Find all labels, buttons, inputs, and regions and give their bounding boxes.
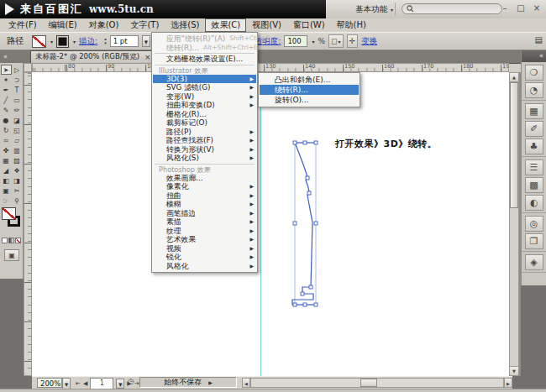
effects-menu-item-20[interactable]: 扭曲▶: [153, 191, 256, 201]
path-anchor-point[interactable]: [293, 303, 297, 306]
artboard-number-field[interactable]: 1: [90, 378, 113, 389]
pencil-tool[interactable]: ✏: [12, 105, 23, 115]
direct-selection-tool[interactable]: ▷: [12, 65, 23, 75]
effects-menu-item-3[interactable]: 文档栅格效果设置(E)...: [153, 55, 256, 64]
last-artboard-icon[interactable]: ⇥: [134, 380, 139, 387]
effects-menu-item-14[interactable]: 转换为形状(V)▶: [153, 145, 256, 154]
path-anchor-point[interactable]: [293, 222, 297, 225]
path-anchor-point[interactable]: [314, 222, 318, 225]
eraser-tool[interactable]: ◪: [12, 115, 23, 125]
path-anchor-point[interactable]: [307, 191, 311, 195]
selection-tool[interactable]: ➤: [1, 65, 12, 75]
artboard-dropdown-button[interactable]: ▼: [116, 379, 124, 389]
path-anchor-point[interactable]: [293, 141, 297, 144]
effects-menu-item-11[interactable]: 裁剪标记(O): [153, 118, 256, 128]
paintbrush-tool[interactable]: ✎: [1, 105, 12, 115]
swatches-panel-icon[interactable]: ▦: [525, 103, 543, 119]
effects-menu-item-9[interactable]: 扭曲和变换(D)▶: [153, 101, 256, 110]
save-status-field[interactable]: 始终不保存 ▶: [139, 377, 237, 388]
tab-close-icon[interactable]: ×: [144, 53, 151, 61]
graphic-styles-panel-icon[interactable]: ❐: [525, 233, 543, 249]
effects-menu-item-26[interactable]: 视频▶: [153, 244, 256, 253]
scroll-right-icon[interactable]: ▶: [504, 378, 512, 388]
blob-brush-tool[interactable]: ●: [1, 115, 12, 125]
effects-menu-item-8[interactable]: 变形(W)▶: [153, 92, 256, 102]
effects-menu-item-13[interactable]: 路径查找器(F)▶: [153, 136, 256, 145]
fill-indicator-swatch[interactable]: [2, 207, 16, 220]
color-guide-panel-icon[interactable]: ◔: [525, 82, 543, 98]
magic-wand-tool[interactable]: ✶: [1, 75, 12, 85]
effects-menu-item-28[interactable]: 风格化▶: [153, 262, 256, 271]
stroke-weight-dropdown[interactable]: ▼: [142, 35, 150, 47]
stroke-weight-value[interactable]: 1 pt: [110, 35, 139, 47]
controlbar-panel-menu-icon[interactable]: ▤: [535, 35, 543, 44]
stroke-weight-stepper[interactable]: ▴ ▾: [104, 37, 107, 45]
effects-menu-item-24[interactable]: 纹理▶: [153, 227, 256, 236]
effects-menu-item-6[interactable]: 3D(3)▶: [153, 75, 256, 84]
mesh-tool[interactable]: ▦: [1, 155, 12, 165]
rectangle-tool[interactable]: ▭: [12, 95, 23, 105]
3d-submenu-item-2[interactable]: 旋转(O)...: [260, 95, 359, 105]
zoom-dropdown-button[interactable]: ▼: [62, 378, 71, 389]
menubar-item-4[interactable]: 选择(S): [165, 18, 205, 32]
path-anchor-point[interactable]: [314, 141, 318, 144]
menubar-item-1[interactable]: 编辑(E): [43, 18, 83, 32]
color-mode-button[interactable]: [2, 238, 8, 243]
artboard-tool[interactable]: ▣: [1, 186, 12, 196]
3d-submenu-item-0[interactable]: 凸出和斜角(E)...: [260, 75, 359, 85]
transparency-panel-icon[interactable]: ◐: [525, 195, 543, 211]
menubar-item-8[interactable]: 帮助(H): [331, 18, 372, 32]
layers-panel-icon[interactable]: ◈: [525, 254, 543, 270]
scroll-down-icon[interactable]: ▼: [510, 366, 518, 375]
lasso-tool[interactable]: ⊃: [12, 75, 23, 85]
close-button[interactable]: ×: [532, 3, 542, 14]
menubar-item-7[interactable]: 窗口(W): [287, 18, 331, 32]
zoom-tool[interactable]: ⚲: [12, 196, 23, 206]
zoom-level-field[interactable]: 200%: [37, 378, 62, 388]
effects-menu-item-21[interactable]: 模糊▶: [153, 200, 256, 209]
none-mode-button[interactable]: [15, 238, 21, 243]
effects-menu-item-22[interactable]: 画笔描边▶: [153, 209, 256, 218]
appearance-panel-icon[interactable]: ◎: [525, 216, 543, 232]
effects-menu-item-12[interactable]: 路径(P)▶: [153, 128, 256, 137]
symbol-sprayer-tool[interactable]: ✤: [1, 145, 12, 155]
scale-tool[interactable]: ◱: [12, 125, 23, 135]
dock-collapse-icon[interactable]: «: [522, 50, 546, 62]
gradient-panel-icon[interactable]: ▩: [525, 177, 543, 193]
warp-tool[interactable]: ≈: [1, 135, 12, 145]
pen-tool[interactable]: ✒: [1, 85, 12, 95]
opacity-value[interactable]: 100: [284, 35, 307, 47]
opacity-dropdown-icon[interactable]: ▾: [312, 39, 314, 44]
workspace-switcher-button[interactable]: 基本功能 ▾: [349, 3, 399, 17]
minimize-button[interactable]: –: [500, 3, 510, 14]
horizontal-scrollbar-thumb[interactable]: [360, 379, 377, 387]
free-transform-tool[interactable]: ▱: [12, 135, 23, 145]
live-paint-bucket-tool[interactable]: ◧: [1, 175, 12, 186]
recolor-artwork-button[interactable]: ✛: [347, 34, 359, 48]
path-anchor-point[interactable]: [303, 303, 307, 306]
menubar-item-0[interactable]: 文件(F): [3, 18, 43, 32]
gradient-tool[interactable]: ▨: [12, 155, 23, 165]
column-graph-tool[interactable]: ▥: [12, 145, 23, 155]
stroke-panel-link[interactable]: 描边:: [79, 36, 97, 47]
menubar-item-5[interactable]: 效果(C): [205, 18, 246, 32]
ruler-corner[interactable]: [24, 63, 32, 72]
path-anchor-point[interactable]: [314, 303, 318, 306]
rotate-tool[interactable]: ↻: [1, 125, 12, 135]
first-artboard-icon[interactable]: ⇤: [76, 380, 81, 387]
appearance-options-button[interactable]: ◻ ▾: [328, 34, 344, 48]
toolbox-collapse-icon[interactable]: «: [0, 53, 8, 60]
menubar-item-2[interactable]: 对象(O): [83, 18, 125, 32]
path-anchor-point[interactable]: [303, 141, 307, 144]
gradient-mode-button[interactable]: [8, 238, 14, 243]
effects-menu-item-7[interactable]: SVG 滤镜(G)▶: [153, 83, 256, 92]
previous-artboard-icon[interactable]: ◀: [83, 380, 87, 387]
vertical-guide-line[interactable]: [260, 72, 261, 376]
scroll-left-icon[interactable]: ◀: [242, 378, 250, 388]
eyedropper-tool[interactable]: ◢: [1, 165, 12, 175]
horizontal-scrollbar[interactable]: [250, 378, 504, 388]
effects-menu-item-27[interactable]: 锐化▶: [153, 253, 256, 262]
line-segment-tool[interactable]: ╱: [1, 95, 12, 105]
fill-color-swatch[interactable]: [56, 35, 69, 48]
maximize-button[interactable]: □: [516, 3, 526, 14]
